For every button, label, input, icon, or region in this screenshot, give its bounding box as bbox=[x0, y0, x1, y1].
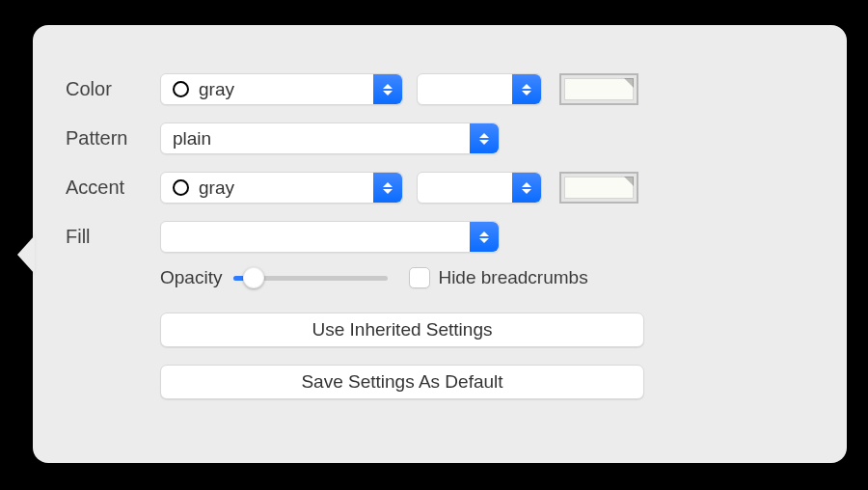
accent-value: gray bbox=[199, 177, 234, 199]
accent-swatch bbox=[564, 177, 634, 199]
popover-arrow bbox=[17, 235, 35, 274]
accent-select[interactable]: gray bbox=[160, 172, 403, 204]
label-pattern: Pattern bbox=[66, 127, 160, 150]
pattern-select[interactable]: plain bbox=[160, 122, 500, 154]
accent-swatch-well[interactable] bbox=[559, 172, 638, 204]
row-accent: Accent gray bbox=[66, 172, 814, 204]
chevron-up-down-icon bbox=[373, 74, 402, 104]
row-color: Color gray bbox=[66, 73, 814, 105]
label-opacity: Opacity bbox=[160, 267, 222, 288]
pattern-value: plain bbox=[173, 128, 211, 150]
color-value: gray bbox=[199, 79, 234, 100]
settings-popover: Color gray Pattern plain bbox=[33, 25, 847, 463]
settings-form: Color gray Pattern plain bbox=[66, 73, 814, 417]
label-color: Color bbox=[66, 78, 160, 100]
row-opacity: Opacity Hide breadcrumbs bbox=[160, 266, 814, 289]
color-select[interactable]: gray bbox=[160, 73, 403, 105]
chevron-up-down-icon bbox=[512, 74, 541, 104]
row-fill: Fill bbox=[66, 221, 814, 253]
color-swatch bbox=[564, 78, 634, 100]
save-default-label: Save Settings As Default bbox=[301, 371, 502, 393]
label-fill: Fill bbox=[66, 226, 160, 248]
chevron-up-down-icon bbox=[373, 173, 402, 203]
accent-secondary-select[interactable] bbox=[417, 172, 542, 204]
chevron-up-down-icon bbox=[470, 222, 499, 252]
checkbox-box bbox=[409, 267, 430, 288]
hide-breadcrumbs-checkbox[interactable]: Hide breadcrumbs bbox=[409, 267, 587, 288]
opacity-slider[interactable] bbox=[233, 266, 388, 289]
hide-breadcrumbs-label: Hide breadcrumbs bbox=[438, 267, 587, 288]
chevron-up-down-icon bbox=[470, 123, 499, 153]
save-default-button[interactable]: Save Settings As Default bbox=[160, 365, 644, 399]
fill-select[interactable] bbox=[160, 221, 500, 253]
label-accent: Accent bbox=[66, 177, 160, 199]
circle-icon bbox=[173, 179, 189, 196]
use-inherited-button[interactable]: Use Inherited Settings bbox=[160, 313, 644, 347]
chevron-up-down-icon bbox=[512, 173, 541, 203]
slider-thumb bbox=[243, 267, 264, 288]
color-swatch-well[interactable] bbox=[559, 73, 638, 105]
use-inherited-label: Use Inherited Settings bbox=[312, 319, 493, 340]
row-pattern: Pattern plain bbox=[66, 122, 814, 154]
color-secondary-select[interactable] bbox=[417, 73, 542, 105]
circle-icon bbox=[173, 81, 189, 97]
